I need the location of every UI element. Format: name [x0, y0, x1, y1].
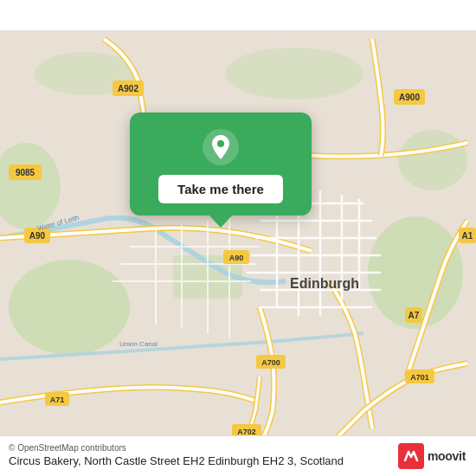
svg-text:A900: A900 — [399, 93, 420, 102]
svg-point-4 — [398, 130, 467, 190]
svg-text:Union Canal: Union Canal — [119, 340, 158, 348]
svg-text:A7: A7 — [408, 311, 420, 320]
pin-icon — [202, 128, 240, 166]
take-me-there-button[interactable]: Take me there — [158, 175, 283, 203]
svg-point-6 — [225, 48, 363, 100]
bottom-bar: © OpenStreetMap contributors Circus Bake… — [0, 435, 476, 476]
svg-text:Edinburgh: Edinburgh — [290, 276, 359, 291]
svg-text:A1: A1 — [462, 231, 473, 241]
svg-point-55 — [217, 140, 224, 147]
svg-text:9085: 9085 — [16, 168, 35, 177]
svg-text:A902: A902 — [118, 84, 138, 93]
svg-text:A71: A71 — [50, 396, 65, 404]
moovit-icon — [398, 443, 424, 469]
svg-text:A700: A700 — [261, 358, 280, 367]
bottom-left: © OpenStreetMap contributors Circus Bake… — [9, 443, 344, 469]
location-card: Take me there — [130, 113, 312, 215]
map-container: A902 9085 A90 A901 A900 A1 A90 A7 A700 A… — [0, 0, 476, 476]
svg-text:A90: A90 — [229, 254, 244, 262]
attribution-text: © OpenStreetMap contributors — [9, 443, 344, 453]
svg-point-1 — [9, 260, 130, 355]
address-text: Circus Bakery, North Castle Street EH2 E… — [9, 454, 344, 469]
moovit-text: moovit — [428, 449, 466, 463]
moovit-logo: moovit — [398, 443, 466, 469]
svg-text:A90: A90 — [29, 231, 46, 241]
svg-text:A701: A701 — [410, 373, 429, 382]
map-background: A902 9085 A90 A901 A900 A1 A90 A7 A700 A… — [0, 0, 476, 476]
